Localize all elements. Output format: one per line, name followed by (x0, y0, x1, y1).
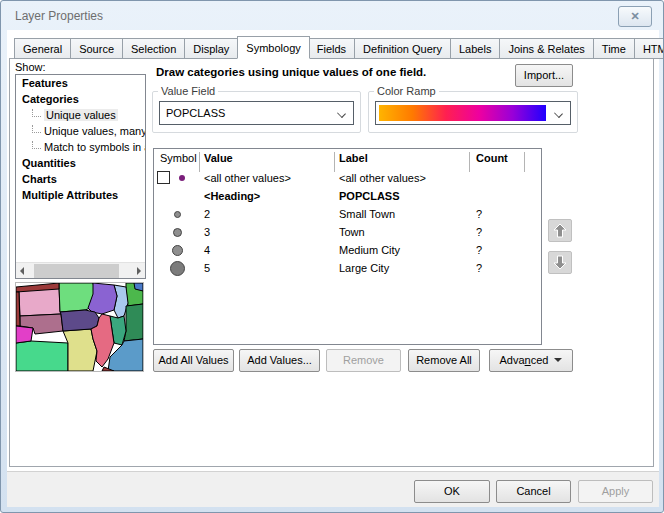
apply-button[interactable]: Apply (578, 480, 653, 503)
point-symbol-icon (172, 245, 183, 256)
table-row[interactable]: <all other values> <all other values> (154, 169, 541, 187)
tree-item-unique-values-many[interactable]: Unique values, many (16, 123, 145, 139)
map-state (16, 326, 33, 343)
remove-button[interactable]: Remove (326, 349, 401, 372)
map-state (124, 304, 143, 341)
advanced-button[interactable]: Advanced (489, 349, 573, 372)
color-ramp-label: Color Ramp (374, 85, 439, 97)
tab-html-popup[interactable]: HTML Popup (635, 38, 664, 59)
color-ramp-dropdown[interactable] (375, 101, 571, 125)
move-up-button[interactable] (548, 219, 572, 242)
remove-all-button[interactable]: Remove All (408, 349, 480, 372)
scrollbar-thumb[interactable] (34, 264, 119, 278)
table-row[interactable]: <Heading> POPCLASS (154, 187, 541, 205)
arrow-down-icon (553, 255, 567, 270)
table-row[interactable]: 4 Medium City ? (154, 241, 541, 259)
tree-item-match-symbols[interactable]: Match to symbols in a (16, 139, 145, 155)
horizontal-scrollbar[interactable] (16, 262, 145, 278)
tab-symbology[interactable]: Symbology (237, 36, 309, 59)
window-title: Layer Properties (15, 9, 103, 23)
table-row[interactable]: 5 Large City ? (154, 259, 541, 277)
value-field-group: Value Field POPCLASS (152, 85, 361, 133)
symbol-cell (154, 223, 199, 241)
tab-time[interactable]: Time (594, 38, 635, 59)
symbol-cell (154, 205, 199, 223)
tree-connector-icon (32, 141, 41, 149)
arrow-up-icon (553, 223, 567, 238)
map-state (16, 292, 20, 326)
tree-item-unique-values[interactable]: Unique values (16, 107, 145, 123)
unique-values-table: Symbol Value Label Count <all other valu… (153, 148, 542, 345)
tree-connector-icon (32, 125, 41, 133)
renderer-tree: Features Categories Unique values Unique… (15, 74, 146, 279)
add-all-values-button[interactable]: Add All Values (153, 349, 234, 372)
chevron-down-icon (337, 109, 346, 118)
all-other-values-checkbox[interactable] (157, 171, 170, 184)
value-field-label: Value Field (158, 85, 218, 97)
tab-definition-query[interactable]: Definition Query (355, 38, 451, 59)
tab-strip: General Source Selection Display Symbolo… (14, 36, 664, 59)
renderer-description: Draw categories using unique values of o… (156, 66, 426, 78)
tab-source[interactable]: Source (71, 38, 123, 59)
move-down-button[interactable] (548, 251, 572, 274)
tab-display[interactable]: Display (185, 38, 238, 59)
tree-item-categories[interactable]: Categories (16, 91, 145, 107)
table-row[interactable]: 2 Small Town ? (154, 205, 541, 223)
layer-properties-dialog: Layer Properties ✕ General Source Select… (0, 0, 664, 513)
point-symbol-icon (170, 261, 185, 276)
add-values-button[interactable]: Add Values... (239, 349, 320, 372)
column-value[interactable]: Value (204, 152, 233, 164)
point-symbol-icon (179, 175, 185, 181)
map-preview (15, 282, 144, 372)
scroll-right-icon[interactable] (137, 267, 141, 275)
cancel-button[interactable]: Cancel (496, 480, 571, 503)
symbol-cell (154, 259, 199, 277)
column-count[interactable]: Count (476, 152, 508, 164)
symbol-cell (154, 169, 199, 187)
close-icon[interactable]: ✕ (618, 6, 652, 27)
table-header: Symbol Value Label Count (154, 149, 541, 169)
column-symbol[interactable]: Symbol (160, 152, 199, 164)
tab-fields[interactable]: Fields (309, 38, 355, 59)
point-symbol-icon (174, 211, 181, 218)
tree-item-features[interactable]: Features (16, 75, 145, 91)
tab-labels[interactable]: Labels (451, 38, 500, 59)
symbol-cell (154, 241, 199, 259)
table-row[interactable]: 3 Town ? (154, 223, 541, 241)
ok-button[interactable]: OK (414, 480, 490, 503)
tab-selection[interactable]: Selection (123, 38, 185, 59)
point-symbol-icon (173, 228, 182, 237)
dropdown-caret-icon (554, 358, 562, 366)
column-label[interactable]: Label (339, 152, 368, 164)
tree-connector-icon (32, 109, 41, 117)
color-ramp-group: Color Ramp (368, 85, 578, 133)
color-ramp-gradient (379, 105, 546, 121)
value-field-value: POPCLASS (166, 107, 225, 119)
import-button[interactable]: Import... (515, 64, 573, 87)
tab-general[interactable]: General (14, 38, 71, 59)
scroll-left-icon[interactable] (20, 267, 24, 275)
tree-item-multiple-attributes[interactable]: Multiple Attributes (16, 187, 145, 203)
tab-joins-relates[interactable]: Joins & Relates (500, 38, 593, 59)
map-state (16, 341, 68, 371)
tree-item-charts[interactable]: Charts (16, 171, 145, 187)
value-field-dropdown[interactable]: POPCLASS (159, 101, 354, 125)
tree-item-quantities[interactable]: Quantities (16, 155, 145, 171)
chevron-down-icon (554, 109, 563, 118)
show-label: Show: (15, 61, 46, 73)
